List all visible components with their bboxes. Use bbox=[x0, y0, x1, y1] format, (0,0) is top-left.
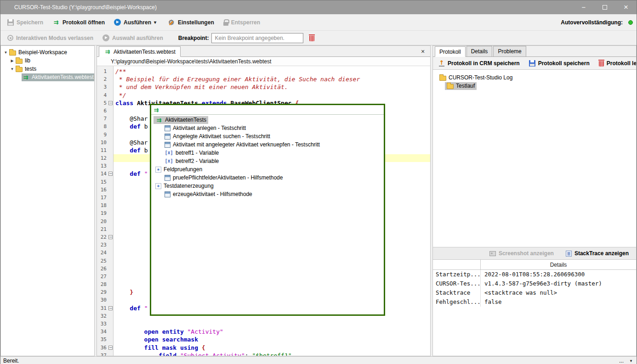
details-value: v1.4.3-587-g75e96e3-dirty (master) bbox=[481, 279, 636, 288]
save-to-crm-label: Protokoll in CRM speichern bbox=[448, 60, 520, 67]
clear-protocol-label: Protokoll leeren bbox=[607, 60, 637, 67]
save-to-crm-button[interactable]: Protokoll in CRM speichern bbox=[436, 58, 523, 68]
save-protocol-button[interactable]: Protokoll speichern bbox=[526, 59, 592, 68]
code-line[interactable]: /** bbox=[115, 67, 430, 75]
details-row[interactable]: CURSOR-Tes...v1.4.3-587-g75e96e3-dirty (… bbox=[433, 279, 636, 288]
line-number: 21 bbox=[101, 225, 107, 233]
line-number: 31 bbox=[101, 304, 107, 312]
status-ellipsis: ... bbox=[619, 358, 624, 364]
line-number: 35 bbox=[101, 336, 107, 343]
code-token: def bbox=[115, 147, 144, 154]
code-line[interactable]: * Beispiel für die Erzeugung einer Aktiv… bbox=[115, 75, 430, 83]
expand-arrow-icon[interactable]: ▼ bbox=[3, 50, 9, 55]
outline-item[interactable]: Angelegte Aktivitaet suchen - Testschrit… bbox=[151, 132, 384, 140]
outline-item-label: betreff2 - Variable bbox=[176, 158, 219, 164]
trash-icon bbox=[309, 36, 314, 41]
webtest-icon bbox=[155, 117, 163, 123]
line-number: 33 bbox=[101, 320, 107, 328]
minimize-icon bbox=[582, 3, 586, 11]
protocol-panel: ProtokollDetailsProbleme Protokoll in CR… bbox=[432, 45, 637, 356]
line-number: 12 bbox=[101, 154, 107, 162]
code-line[interactable]: */ bbox=[115, 91, 430, 99]
leave-interactive-button[interactable]: Interaktiven Modus verlassen bbox=[4, 33, 97, 43]
run-selection-button[interactable]: Auswahl ausführen bbox=[99, 33, 166, 43]
outline-item[interactable]: erzeugeAktivitaet - Hilfsmethode bbox=[151, 190, 384, 198]
outline-item[interactable]: Aktivitaet mit angelegeter Aktivitaet ve… bbox=[151, 140, 384, 149]
line-number: 22 bbox=[101, 233, 107, 241]
code-line[interactable] bbox=[115, 320, 430, 328]
code-token: entity bbox=[162, 328, 188, 335]
log-tree-item[interactable]: CURSOR-Test-Studio Log bbox=[433, 73, 636, 82]
run-button[interactable]: Ausführen bbox=[111, 17, 162, 28]
settings-button[interactable]: Einstellungen bbox=[165, 17, 217, 28]
gutter-line: 27 bbox=[97, 273, 113, 280]
code-line[interactable]: fill mask using { bbox=[115, 344, 430, 352]
fold-marker-icon[interactable]: − bbox=[108, 235, 113, 239]
tab-probleme[interactable]: Probleme bbox=[493, 46, 526, 56]
log-tree: CURSOR-Test-Studio LogTestlauf bbox=[433, 70, 636, 247]
tab-protokoll[interactable]: Protokoll bbox=[435, 46, 466, 57]
clear-protocol-button[interactable]: Protokoll leeren bbox=[596, 58, 637, 68]
maximize-button[interactable] bbox=[594, 0, 615, 14]
outline-item[interactable]: betreff1 - Variable bbox=[151, 149, 384, 157]
debug-toolbar: Interaktiven Modus verlassen Auswahl aus… bbox=[0, 31, 637, 45]
code-line[interactable]: * und dem Verknüpfen mit einer neuen Akt… bbox=[115, 83, 430, 91]
gutter-line: 31− bbox=[97, 304, 113, 312]
tree-item-aktivitaetentests-webtest[interactable]: AktivitaetenTests.webtest bbox=[1, 73, 94, 81]
outline-item[interactable]: Aktivitaet anlegen - Testschritt bbox=[151, 124, 384, 132]
details-header: Details bbox=[481, 260, 636, 269]
close-button[interactable] bbox=[615, 0, 637, 14]
folder-icon bbox=[16, 67, 23, 72]
code-token: : bbox=[245, 352, 252, 356]
show-stacktrace-button[interactable]: StackTrace anzeigen bbox=[563, 249, 631, 258]
gutter-line: 25 bbox=[97, 257, 113, 265]
tree-item-lib[interactable]: ▶lib bbox=[1, 56, 94, 65]
outline-item-label: erzeugeAktivitaet - Hilfsmethode bbox=[173, 191, 252, 197]
outline-item[interactable]: Testdatenerzeugung bbox=[151, 182, 384, 190]
gutter-line: 23 bbox=[97, 241, 113, 249]
expand-arrow-icon[interactable]: ▶ bbox=[9, 59, 15, 63]
details-row[interactable]: Fehlgeschl...false bbox=[433, 297, 636, 307]
save-button[interactable]: Speichern bbox=[4, 17, 46, 28]
line-number: 34 bbox=[101, 328, 107, 336]
minimize-button[interactable] bbox=[573, 0, 594, 14]
status-dropdown-icon[interactable] bbox=[628, 358, 634, 363]
expand-arrow-icon[interactable]: ▼ bbox=[9, 67, 15, 71]
outline-item[interactable]: AktivitaetenTests bbox=[151, 116, 384, 124]
details-table: Details Startzeitp...2022-08-01T08:55:28… bbox=[433, 260, 636, 356]
fold-marker-icon[interactable]: − bbox=[108, 306, 113, 310]
breakpoint-input[interactable] bbox=[211, 33, 303, 43]
code-line[interactable]: field "Subject_Activity": "$betreff1" bbox=[115, 352, 430, 356]
clear-breakpoint-button[interactable] bbox=[306, 33, 318, 43]
gutter-line: 34 bbox=[97, 328, 113, 336]
open-protocol-button[interactable]: Protokoll öffnen bbox=[49, 17, 108, 28]
protocol-arrows-icon bbox=[52, 19, 60, 26]
code-line[interactable]: open searchmask bbox=[115, 336, 430, 343]
tab-close-button[interactable] bbox=[419, 48, 427, 55]
outline-item-label: betreff1 - Variable bbox=[176, 150, 219, 156]
webtest-icon bbox=[22, 74, 29, 81]
tree-item-beispiel-workspace[interactable]: ▼Beispiel-Workspace bbox=[1, 48, 94, 56]
unlock-button[interactable]: Entsperren bbox=[220, 17, 263, 28]
outline-item-content: pruefePflichtfelderAktivitaeten - Hilfsm… bbox=[163, 174, 284, 182]
show-screenshot-button[interactable]: Screenshot anzeigen bbox=[487, 249, 557, 258]
gutter-line: 20 bbox=[97, 218, 113, 225]
outline-item[interactable]: Feldpruefungen bbox=[151, 165, 384, 174]
outline-item[interactable]: betreff2 - Variable bbox=[151, 157, 384, 165]
tab-details[interactable]: Details bbox=[466, 46, 493, 56]
outline-item-content: Aktivitaet anlegen - Testschritt bbox=[163, 124, 248, 132]
code-line[interactable]: open entity "Activity" bbox=[115, 328, 430, 336]
fold-marker-icon[interactable]: − bbox=[108, 172, 113, 176]
line-number: 36 bbox=[101, 344, 107, 352]
tree-item-tests[interactable]: ▼tests bbox=[1, 65, 94, 73]
editor-tab[interactable]: AktivitaetenTests.webtest bbox=[99, 46, 181, 57]
fold-marker-icon[interactable]: − bbox=[108, 101, 113, 105]
log-tree-item[interactable]: Testlauf bbox=[433, 82, 636, 90]
chevron-down-icon[interactable] bbox=[154, 20, 159, 25]
editor-tab-label: AktivitaetenTests.webtest bbox=[114, 49, 176, 55]
outline-item[interactable]: pruefePflichtfelderAktivitaeten - Hilfsm… bbox=[151, 174, 384, 182]
step-icon bbox=[165, 175, 171, 181]
details-row[interactable]: Startzeitp...2022-08-01T08:55:28.2606963… bbox=[433, 270, 636, 279]
details-row[interactable]: Stacktrace<stacktrace was null> bbox=[433, 288, 636, 297]
fold-marker-icon[interactable]: − bbox=[108, 346, 113, 350]
